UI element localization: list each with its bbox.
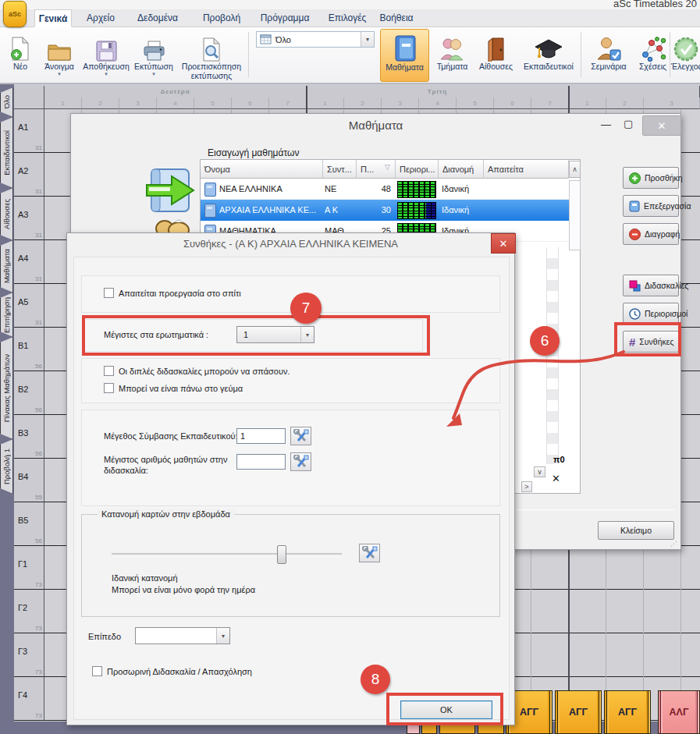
- print-dropdown-icon[interactable]: ▾: [131, 71, 176, 77]
- card-sliver[interactable]: [478, 725, 504, 734]
- max-students-tools-button[interactable]: [290, 452, 311, 471]
- row-header-g1[interactable]: Γ173: [14, 546, 44, 590]
- period-cell: 4: [157, 98, 194, 109]
- day-header-next: [569, 86, 700, 98]
- homework-checkbox[interactable]: [104, 288, 114, 298]
- row-header-a1[interactable]: A131: [14, 109, 44, 153]
- sidebar-tab-ekpaideutikoi[interactable]: Εκπαιδευτικοί: [0, 117, 13, 188]
- temporary-checkbox[interactable]: [92, 666, 102, 676]
- row-header-a3[interactable]: A331: [14, 197, 44, 240]
- row-header-g3[interactable]: Γ373: [14, 633, 44, 677]
- distribution-slider-thumb[interactable]: [277, 545, 286, 564]
- sidebar-tab-pinakas-mathimaton[interactable]: Πίνακας Μαθημάτων: [0, 337, 13, 439]
- double-break-checkbox[interactable]: [104, 366, 114, 376]
- contract-tools-button[interactable]: [290, 427, 311, 445]
- scroll-down-icon[interactable]: ∨: [534, 466, 545, 477]
- subject-row[interactable]: ΝΕΑ ΕΛΛΗΝΙΚΑ ΝΕ 48 Ιδανική: [201, 179, 569, 200]
- menu-tab-programma[interactable]: Πρόγραμμα: [258, 9, 312, 27]
- open-button[interactable]: Άνοιγμα ▾: [37, 29, 81, 82]
- col-header-required[interactable]: Απαιτείτα: [484, 160, 569, 179]
- sidebar-tab-epitirisi[interactable]: Επιτήρηση: [0, 293, 13, 337]
- menu-tab-dedomena[interactable]: Δεδομένα: [133, 9, 183, 27]
- view-filter-combobox[interactable]: Όλο ▾: [256, 31, 375, 48]
- lesson-card[interactable]: ΑΓΓ: [604, 690, 651, 734]
- asc-logo-icon[interactable]: aSc: [3, 1, 27, 27]
- print-preview-button[interactable]: Προεπισκόπηση εκτύπωσης: [178, 29, 245, 82]
- row-header-a4[interactable]: A431: [14, 240, 44, 284]
- row-header-g2[interactable]: Γ273: [14, 590, 44, 633]
- row-header-a5[interactable]: A531: [14, 284, 44, 328]
- minimize-icon[interactable]: —: [601, 119, 611, 130]
- col-header-name[interactable]: Όνομα: [201, 160, 323, 179]
- scrollbar-thumb[interactable]: [569, 180, 581, 250]
- row-header-b2[interactable]: B256: [14, 371, 44, 415]
- scrollbar-track[interactable]: [546, 247, 559, 464]
- sidebar-tab-provoli-1[interactable]: Προβολή 1: [0, 439, 13, 494]
- subject-row-selected[interactable]: ΑΡΧΑΙΑ ΕΛΛΗΝΙΚΑ ΚΕ... Α Κ 30 Ιδανική: [201, 200, 569, 221]
- period-cell: 1: [307, 98, 344, 109]
- card-sliver[interactable]: [407, 725, 420, 734]
- contract-size-input[interactable]: [236, 428, 286, 444]
- period-cell: 3: [644, 98, 700, 109]
- lunch-checkbox[interactable]: [104, 383, 114, 393]
- col-header-code[interactable]: Συντ...: [323, 160, 357, 179]
- classes-button[interactable]: Τμήματα: [431, 29, 474, 82]
- row-header-g4[interactable]: Γ473: [14, 677, 44, 721]
- max-students-input[interactable]: [236, 454, 286, 470]
- save-button[interactable]: Αποθήκευση ▾: [81, 29, 131, 82]
- max-questions-combobox[interactable]: 1 ▾: [236, 326, 314, 343]
- sidebar-tab-mathimata[interactable]: Μαθήματα: [0, 240, 13, 293]
- lesson-card[interactable]: ΑΓΓ: [555, 690, 602, 734]
- save-dropdown-icon[interactable]: ▾: [81, 71, 131, 77]
- teachers-button[interactable]: Εκπαιδευτικοί: [518, 29, 579, 82]
- subjects-button[interactable]: Μαθήματα: [380, 29, 429, 82]
- menu-tab-epiloges[interactable]: Επιλογές: [325, 9, 370, 27]
- menu-tab-arxeio[interactable]: Αρχείο: [82, 9, 119, 27]
- open-dropdown-icon[interactable]: ▾: [37, 71, 81, 77]
- seminars-button[interactable]: Σεμινάρια: [584, 29, 634, 82]
- level-combobox[interactable]: ▾: [135, 627, 230, 644]
- card-sliver[interactable]: [439, 725, 475, 734]
- row-header-b3[interactable]: B356: [14, 415, 44, 459]
- add-button[interactable]: Προσθήκη: [623, 167, 679, 189]
- lesson-card[interactable]: ΑΛΓ: [658, 690, 700, 734]
- distribution-tools-button[interactable]: [359, 544, 380, 562]
- row-header-b1[interactable]: B156: [14, 328, 44, 371]
- edit-button[interactable]: Επεξεργασία: [623, 195, 679, 217]
- scroll-up-icon[interactable]: ∧: [569, 161, 581, 178]
- row-header-b4[interactable]: B455: [14, 459, 44, 502]
- new-button[interactable]: Νέο: [3, 29, 37, 82]
- resize-grip[interactable]: ⋰: [670, 540, 677, 548]
- card-sliver[interactable]: [421, 725, 437, 734]
- close-button[interactable]: ✕: [642, 115, 681, 136]
- scroll-right-icon[interactable]: >: [521, 481, 532, 492]
- col-header-distribution[interactable]: Διανομή: [439, 160, 484, 179]
- constraints-button[interactable]: Περιορισμοί: [623, 303, 679, 324]
- sidebar-tab-aithouses[interactable]: Αίθουσες: [0, 188, 13, 240]
- combo-dropdown-icon[interactable]: ▾: [300, 327, 314, 342]
- import-subjects-icon[interactable]: [145, 166, 195, 218]
- lessons-button[interactable]: Διδασκαλίες: [623, 275, 679, 296]
- row-header-a2[interactable]: A231: [14, 153, 44, 197]
- combo-dropdown-icon[interactable]: ▾: [216, 628, 229, 644]
- close-dialog-button[interactable]: Κλείσιμο: [598, 521, 674, 540]
- classrooms-button[interactable]: Αίθουσες: [474, 29, 517, 82]
- row-header-b5[interactable]: B556: [14, 502, 44, 546]
- x-mark-icon[interactable]: ✕: [552, 473, 560, 484]
- ok-button[interactable]: OK: [400, 700, 492, 719]
- filter-funnel-icon[interactable]: ▽: [385, 163, 390, 171]
- distribution-slider-track[interactable]: [112, 553, 342, 556]
- maximize-icon[interactable]: ▢: [624, 118, 633, 129]
- check-button[interactable]: Έλεγχος: [671, 29, 700, 82]
- menu-tab-voitheia[interactable]: Βοήθεια: [375, 9, 418, 27]
- conditions-button[interactable]: # Συνθήκες: [623, 331, 679, 353]
- print-button[interactable]: Εκτύπωση ▾: [131, 29, 176, 82]
- delete-button[interactable]: Διαγραφή: [623, 223, 679, 245]
- col-header-constraints[interactable]: Περιορι...: [396, 160, 439, 179]
- close-button[interactable]: ✕: [491, 233, 516, 254]
- combo-dropdown-icon[interactable]: ▾: [361, 32, 374, 47]
- menu-tab-provoli[interactable]: Προβολή: [199, 9, 244, 27]
- menu-tab-genika[interactable]: Γενικά: [34, 9, 72, 27]
- sidebar-tab-olo[interactable]: Όλο: [0, 87, 13, 117]
- relations-button[interactable]: Σχέσεις: [634, 29, 671, 82]
